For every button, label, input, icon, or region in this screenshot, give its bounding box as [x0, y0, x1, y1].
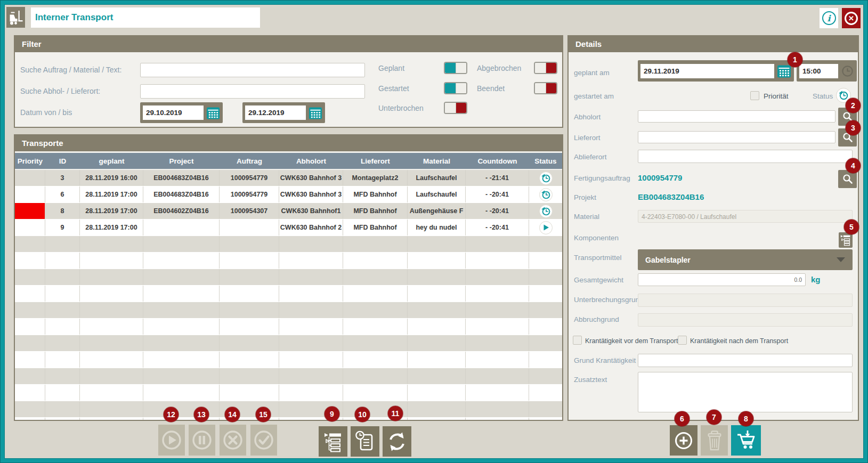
column-header[interactable]: Lieferort — [343, 153, 408, 169]
filter-panel-header: Filter — [15, 36, 562, 52]
close-button[interactable]: ✕ — [842, 8, 861, 28]
table-row[interactable]: 828.11.2019 17:00EB004602Z04B16100095430… — [15, 203, 562, 220]
pause-transport-button[interactable] — [189, 425, 215, 456]
column-header[interactable]: geplant — [80, 153, 143, 169]
table-cell — [343, 302, 408, 318]
table-cell — [343, 335, 408, 351]
column-header[interactable]: Status — [529, 153, 562, 169]
prioritaet-checkbox[interactable] — [750, 91, 759, 100]
table-cell — [466, 368, 529, 384]
column-header[interactable]: Auftrag — [220, 153, 279, 169]
column-header[interactable]: ID — [45, 153, 80, 169]
table-cell — [220, 236, 279, 252]
table-cell — [15, 335, 45, 351]
planned-date-picker[interactable] — [638, 60, 794, 82]
search-location-input[interactable] — [140, 84, 365, 99]
date-to-input[interactable] — [245, 105, 306, 120]
cancel-transport-button[interactable] — [220, 425, 246, 456]
table-cell — [343, 368, 408, 384]
table-cell — [220, 352, 279, 368]
abholort-input[interactable] — [638, 110, 835, 123]
table-cell — [45, 418, 80, 420]
material-label: Material — [574, 213, 599, 221]
order-cart-button[interactable] — [731, 425, 761, 456]
table-cell: 1000954779 — [220, 186, 279, 202]
transportmittel-value: Gabelstapler — [645, 256, 691, 264]
table-cell — [279, 352, 343, 368]
column-header[interactable]: Material — [408, 153, 466, 169]
zusatztext-textarea[interactable] — [638, 372, 853, 412]
transport-log-button[interactable] — [351, 426, 379, 457]
planned-date-input[interactable] — [640, 64, 774, 78]
table-row[interactable] — [15, 302, 562, 319]
priority-cell — [15, 220, 45, 235]
add-transport-button[interactable] — [670, 425, 697, 456]
table-cell — [80, 335, 143, 351]
planned-status-icon — [539, 205, 553, 218]
toggle-geplant[interactable] — [444, 62, 467, 74]
table-row[interactable] — [15, 385, 562, 401]
clock-icon — [841, 64, 854, 78]
priority-cell — [15, 170, 45, 186]
geplant-am-label: geplant am — [574, 69, 610, 77]
calendar-icon — [777, 64, 791, 78]
table-row[interactable]: 328.11.2019 16:00EB004683Z04B16100095477… — [15, 170, 562, 186]
table-row[interactable] — [15, 253, 562, 269]
ablieferort-input[interactable] — [638, 150, 853, 163]
date-from-input[interactable] — [143, 105, 204, 120]
table-cell: 1000954779 — [220, 170, 279, 186]
column-header[interactable]: Abholort — [279, 153, 343, 169]
table-cell: CWK630 Bahnhof 2 — [279, 220, 343, 235]
table-cell — [80, 368, 143, 384]
lieferort-input[interactable] — [638, 131, 835, 143]
column-header[interactable]: Priority — [15, 153, 45, 169]
table-row[interactable] — [15, 418, 562, 420]
planned-time-picker[interactable] — [797, 60, 857, 82]
toggle-abgebrochen-label: Abgebrochen — [477, 64, 521, 72]
status-cell — [529, 203, 562, 219]
column-header[interactable]: Countdown — [466, 153, 529, 169]
table-row[interactable] — [15, 335, 562, 352]
start-transport-button[interactable] — [158, 425, 185, 456]
table-row[interactable] — [15, 286, 562, 302]
kran-vor-checkbox[interactable] — [573, 336, 582, 345]
finish-transport-button[interactable] — [250, 425, 277, 456]
table-cell — [15, 352, 45, 368]
kran-nach-label: Krantätigkeit nach dem Transport — [690, 337, 788, 345]
table-row[interactable] — [15, 319, 562, 335]
table-row[interactable]: 628.11.2019 17:00EB004683Z04B16100095477… — [15, 186, 562, 203]
component-list-icon — [840, 234, 851, 246]
window-title-bar: Interner Transport — [31, 7, 260, 28]
table-row[interactable] — [15, 269, 562, 286]
grund-kran-input[interactable] — [638, 354, 853, 367]
table-cell — [220, 385, 279, 401]
table-row[interactable] — [15, 401, 562, 418]
column-header[interactable]: Project — [143, 153, 220, 169]
cancel-icon — [222, 429, 244, 451]
table-row[interactable] — [15, 368, 562, 385]
play-icon — [160, 429, 183, 451]
planned-time-input[interactable] — [799, 64, 838, 78]
info-button[interactable]: i — [820, 8, 838, 28]
komponenten-list-button[interactable] — [839, 232, 853, 248]
delete-transport-button[interactable] — [701, 425, 728, 456]
annotation-badge: 10 — [355, 407, 370, 422]
date-to-picker[interactable] — [242, 102, 325, 123]
table-row[interactable] — [15, 352, 562, 368]
refresh-button[interactable] — [383, 426, 411, 457]
transportmittel-dropdown[interactable]: Gabelstapler — [638, 249, 853, 270]
kran-nach-checkbox[interactable] — [678, 336, 687, 345]
search-text-input[interactable] — [140, 63, 365, 77]
toggle-unterbrochen[interactable] — [444, 102, 467, 114]
component-tree-button[interactable] — [319, 426, 347, 457]
table-row[interactable] — [15, 236, 562, 253]
date-from-picker[interactable] — [140, 102, 223, 123]
table-cell — [15, 319, 45, 335]
table-cell — [529, 286, 562, 302]
toggle-abgebrochen[interactable] — [534, 62, 557, 74]
table-row[interactable]: 928.11.2019 17:00CWK630 Bahnhof 2MFD Bah… — [15, 220, 562, 236]
toggle-beendet[interactable] — [534, 82, 557, 94]
annotation-badge: 1 — [788, 52, 802, 67]
gesamtgewicht-input[interactable] — [638, 273, 806, 286]
toggle-gestartet[interactable] — [444, 82, 467, 94]
